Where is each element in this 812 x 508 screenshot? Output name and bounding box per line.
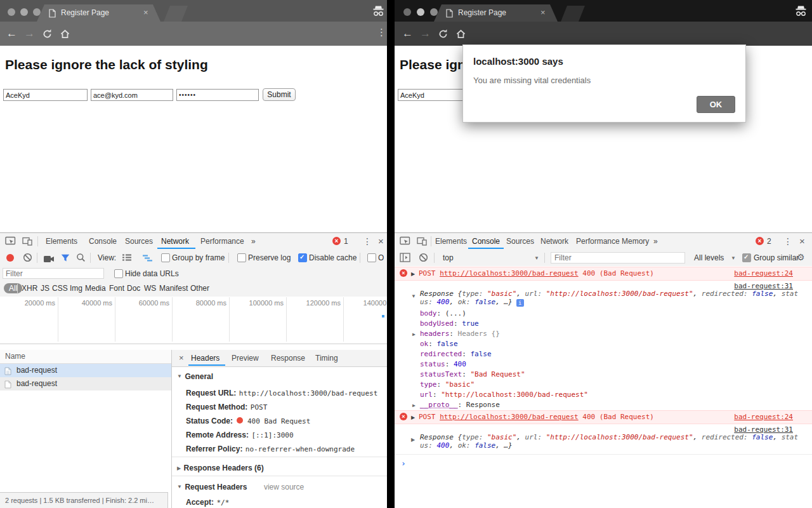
object-property[interactable]: body: (...) bbox=[420, 309, 466, 318]
object-property[interactable]: ▶__proto__: Response bbox=[420, 401, 500, 409]
forward-button[interactable]: → bbox=[420, 27, 431, 40]
console-filter-input[interactable] bbox=[551, 252, 685, 264]
detail-tab-headers[interactable]: Headers bbox=[191, 354, 219, 363]
devtools-close-icon[interactable]: × bbox=[378, 236, 384, 246]
general-section-header[interactable]: ▼ General bbox=[177, 370, 213, 382]
reload-button[interactable] bbox=[42, 29, 53, 42]
search-icon[interactable] bbox=[76, 253, 86, 265]
devtools-menu-icon[interactable]: ⋮ bbox=[783, 236, 792, 246]
log-levels-selector[interactable]: All levels bbox=[694, 253, 724, 262]
traffic-light-close[interactable] bbox=[403, 8, 411, 16]
request-row[interactable]: bad-request bbox=[0, 377, 171, 391]
expand-arrow-icon[interactable]: ▶ bbox=[412, 331, 416, 337]
devtools-tab-console[interactable]: Console bbox=[89, 237, 117, 246]
traffic-light-minimize[interactable] bbox=[20, 8, 28, 16]
error-badge-icon[interactable]: × bbox=[332, 237, 341, 245]
detail-tab-timing[interactable]: Timing bbox=[315, 354, 338, 363]
devtools-tab-sources[interactable]: Sources bbox=[506, 237, 534, 246]
group-by-frame-checkbox[interactable] bbox=[161, 253, 170, 262]
preserve-log-checkbox[interactable] bbox=[237, 253, 246, 262]
devtools-tab-network[interactable]: Network bbox=[161, 237, 189, 246]
new-tab-button[interactable] bbox=[164, 6, 188, 22]
filter-pill-css[interactable]: CSS bbox=[52, 284, 68, 293]
object-property[interactable]: ▶headers: Headers {} bbox=[420, 330, 500, 338]
expand-arrow-icon[interactable]: ▶ bbox=[411, 415, 415, 420]
home-button[interactable] bbox=[60, 29, 70, 42]
filter-funnel-icon[interactable] bbox=[61, 253, 70, 265]
devtools-menu-icon[interactable]: ⋮ bbox=[363, 236, 372, 246]
filter-pill-all[interactable]: All bbox=[4, 283, 22, 293]
info-icon[interactable]: i bbox=[516, 299, 524, 307]
filter-pill-ws[interactable]: WS bbox=[144, 284, 156, 293]
devtools-tab-performance[interactable]: Performance bbox=[200, 237, 244, 246]
detail-tab-preview[interactable]: Preview bbox=[232, 354, 259, 363]
object-property[interactable]: ok: false bbox=[420, 340, 458, 348]
detail-close-icon[interactable]: × bbox=[179, 353, 184, 363]
device-toolbar-icon[interactable] bbox=[22, 236, 32, 249]
filter-pill-font[interactable]: Font bbox=[109, 284, 124, 293]
back-button[interactable]: ← bbox=[402, 27, 413, 40]
network-filter-input[interactable] bbox=[3, 268, 104, 279]
devtools-tab-elements[interactable]: Elements bbox=[46, 237, 77, 246]
error-source-link[interactable]: bad-request:24 bbox=[734, 269, 793, 277]
error-request-url[interactable]: http://localhost:3000/bad-request bbox=[440, 413, 579, 421]
view-source-link[interactable]: view source bbox=[264, 483, 304, 491]
response-headers-section[interactable]: ▶ Response Headers (6) bbox=[177, 462, 264, 473]
filter-pill-img[interactable]: Img bbox=[70, 284, 82, 293]
filter-pill-other[interactable]: Other bbox=[190, 284, 209, 293]
error-source-link[interactable]: bad-request:24 bbox=[734, 413, 793, 421]
object-property[interactable]: type: "basic" bbox=[420, 380, 475, 389]
traffic-light-zoom[interactable] bbox=[33, 8, 41, 16]
object-property[interactable]: status: 400 bbox=[420, 360, 466, 368]
levels-dropdown-arrow-icon[interactable]: ▼ bbox=[731, 255, 736, 261]
view-list-icon[interactable] bbox=[122, 253, 132, 265]
devtools-close-icon[interactable]: × bbox=[799, 236, 805, 246]
inspect-element-icon[interactable] bbox=[5, 236, 16, 249]
forward-button[interactable]: → bbox=[24, 27, 35, 40]
object-property[interactable]: url: "http://localhost:3000/bad-request" bbox=[420, 391, 588, 399]
traffic-light-zoom[interactable] bbox=[430, 8, 438, 16]
inspect-element-icon[interactable] bbox=[400, 236, 410, 249]
back-button[interactable]: ← bbox=[6, 27, 17, 40]
context-dropdown-arrow-icon[interactable]: ▼ bbox=[534, 255, 539, 261]
clear-button[interactable] bbox=[23, 253, 32, 265]
browser-tab[interactable]: Register Page × bbox=[37, 4, 160, 22]
filter-pill-manifest[interactable]: Manifest bbox=[159, 284, 188, 293]
disable-cache-checkbox[interactable] bbox=[298, 253, 307, 262]
group-similar-checkbox[interactable] bbox=[742, 253, 751, 262]
clear-console-button[interactable] bbox=[419, 253, 428, 265]
expand-arrow-icon[interactable]: ▶ bbox=[411, 437, 415, 443]
dialog-ok-button[interactable]: OK bbox=[697, 96, 735, 113]
expand-arrow-icon[interactable]: ▶ bbox=[412, 403, 416, 408]
filter-pill-xhr[interactable]: XHR bbox=[22, 284, 37, 293]
console-error-row[interactable]: × ▶ POST http://localhost:3000/bad-reque… bbox=[395, 410, 812, 424]
error-request-url[interactable]: http://localhost:3000/bad-request bbox=[440, 269, 579, 277]
username-field[interactable] bbox=[3, 89, 88, 101]
record-button[interactable] bbox=[6, 254, 14, 262]
devtools-tab-console[interactable]: Console bbox=[472, 237, 500, 246]
offline-checkbox[interactable] bbox=[367, 253, 376, 262]
devtools-more-tabs-icon[interactable]: » bbox=[653, 237, 658, 246]
detail-tab-response[interactable]: Response bbox=[271, 354, 305, 363]
devtools-tab-elements[interactable]: Elements bbox=[435, 237, 467, 246]
object-property[interactable]: statusText: "Bad Request" bbox=[420, 370, 525, 378]
object-property[interactable]: bodyUsed: true bbox=[420, 319, 479, 328]
filter-pill-js[interactable]: JS bbox=[41, 284, 49, 293]
tab-close-icon[interactable]: × bbox=[540, 8, 546, 17]
network-overview-timeline[interactable]: 20000 ms40000 ms60000 ms80000 ms100000 m… bbox=[0, 297, 387, 344]
object-property[interactable]: redirected: false bbox=[420, 350, 492, 358]
devtools-tab-performance[interactable]: Performance bbox=[576, 237, 620, 246]
requests-column-header[interactable]: Name bbox=[0, 350, 171, 364]
request-headers-section[interactable]: ▼ Request Headers view source bbox=[177, 481, 304, 492]
console-sidebar-icon[interactable] bbox=[400, 253, 410, 265]
console-settings-gear-icon[interactable]: ⚙ bbox=[797, 252, 805, 262]
devtools-more-tabs-icon[interactable]: » bbox=[251, 237, 256, 246]
password-field[interactable] bbox=[176, 89, 259, 101]
request-row-selected[interactable]: bad-request bbox=[0, 364, 171, 377]
console-error-row[interactable]: × ▶ POST http://localhost:3000/bad-reque… bbox=[395, 267, 812, 281]
expand-arrow-icon[interactable]: ▶ bbox=[411, 271, 415, 277]
devtools-tab-sources[interactable]: Sources bbox=[125, 237, 153, 246]
submit-button[interactable]: Submit bbox=[263, 88, 296, 101]
collapse-arrow-icon[interactable]: ▼ bbox=[411, 293, 416, 299]
browser-menu-icon[interactable]: ⋮ bbox=[377, 27, 386, 38]
